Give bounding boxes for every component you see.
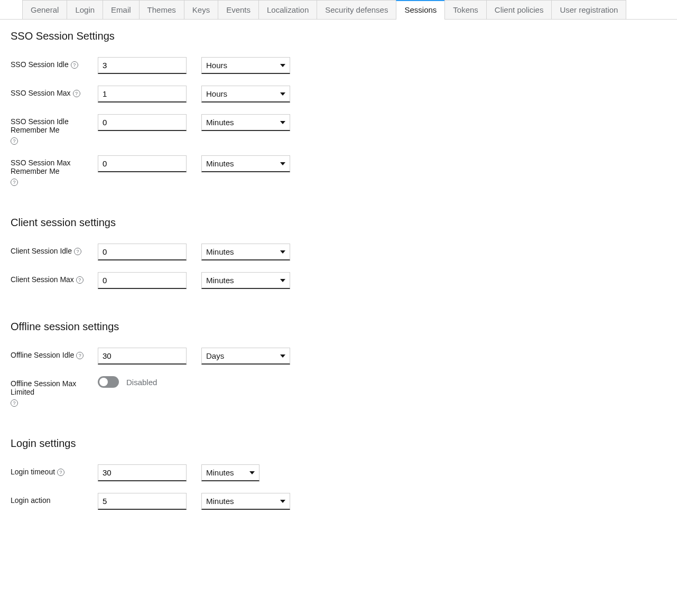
client-section-title: Client session settings [11, 217, 677, 229]
chevron-down-icon [280, 162, 285, 165]
login-action-row: Login action Minutes [11, 493, 677, 510]
sso-section-title: SSO Session Settings [11, 30, 677, 42]
chevron-down-icon [280, 121, 285, 124]
sso-session-settings: SSO Session Settings SSO Session Idle ? … [11, 30, 677, 185]
client-session-max-row: Client Session Max ? Minutes [11, 272, 677, 289]
help-icon[interactable]: ? [76, 352, 84, 359]
tab-general[interactable]: General [22, 0, 67, 19]
sso-session-max-remember-unit-select[interactable]: Minutes [201, 155, 290, 172]
login-action-input[interactable] [98, 493, 187, 510]
offline-session-settings: Offline session settings Offline Session… [11, 321, 677, 406]
tab-login[interactable]: Login [67, 0, 103, 19]
login-action-unit-select[interactable]: Minutes [201, 493, 290, 510]
sso-session-max-row: SSO Session Max ? Hours [11, 86, 677, 102]
client-session-idle-row: Client Session Idle ? Minutes [11, 244, 677, 260]
login-settings: Login settings Login timeout ? Minutes L… [11, 437, 677, 510]
tabs-bar: General Login Email Themes Keys Events L… [0, 0, 677, 20]
sso-session-idle-row: SSO Session Idle ? Hours [11, 57, 677, 74]
login-section-title: Login settings [11, 437, 677, 450]
tab-keys[interactable]: Keys [184, 0, 218, 19]
tab-email[interactable]: Email [103, 0, 140, 19]
login-timeout-label: Login timeout ? [11, 464, 98, 476]
help-icon[interactable]: ? [11, 399, 18, 407]
client-session-idle-input[interactable] [98, 244, 187, 260]
help-icon[interactable]: ? [73, 90, 80, 97]
help-icon[interactable]: ? [57, 469, 64, 476]
tab-themes[interactable]: Themes [139, 0, 184, 19]
help-icon[interactable]: ? [11, 137, 18, 145]
offline-session-max-limited-row: Offline Session Max Limited ? Disabled [11, 376, 677, 406]
client-session-settings: Client session settings Client Session I… [11, 217, 677, 289]
login-timeout-unit-select[interactable]: Minutes [201, 464, 259, 481]
sso-session-idle-unit-select[interactable]: Hours [201, 57, 290, 74]
chevron-down-icon [280, 500, 285, 503]
sso-session-max-remember-label: SSO Session Max Remember Me ? [11, 155, 98, 185]
login-timeout-row: Login timeout ? Minutes [11, 464, 677, 481]
client-session-max-label: Client Session Max ? [11, 272, 98, 284]
sso-session-idle-remember-unit-select[interactable]: Minutes [201, 114, 290, 131]
sso-session-max-unit-select[interactable]: Hours [201, 86, 290, 102]
sso-session-idle-label: SSO Session Idle ? [11, 57, 98, 69]
sso-session-max-input[interactable] [98, 86, 187, 102]
toggle-status-label: Disabled [126, 378, 157, 387]
content: SSO Session Settings SSO Session Idle ? … [0, 20, 677, 510]
offline-session-max-limited-toggle[interactable] [98, 376, 119, 388]
offline-session-idle-input[interactable] [98, 348, 187, 365]
client-session-max-unit-select[interactable]: Minutes [201, 272, 290, 289]
help-icon[interactable]: ? [76, 276, 84, 284]
tab-tokens[interactable]: Tokens [444, 0, 487, 19]
client-session-idle-label: Client Session Idle ? [11, 244, 98, 255]
offline-session-idle-label: Offline Session Idle ? [11, 348, 98, 359]
chevron-down-icon [280, 64, 285, 67]
help-icon[interactable]: ? [74, 248, 81, 255]
offline-session-max-limited-label: Offline Session Max Limited ? [11, 376, 98, 406]
chevron-down-icon [280, 279, 285, 282]
sso-session-idle-input[interactable] [98, 57, 187, 74]
chevron-down-icon [249, 471, 255, 474]
sso-session-max-remember-row: SSO Session Max Remember Me ? Minutes [11, 155, 677, 185]
help-icon[interactable]: ? [71, 61, 78, 69]
tab-localization[interactable]: Localization [258, 0, 317, 19]
help-icon[interactable]: ? [11, 179, 18, 186]
sso-session-idle-remember-label: SSO Session Idle Remember Me ? [11, 114, 98, 144]
sso-session-max-remember-input[interactable] [98, 155, 187, 172]
client-session-idle-unit-select[interactable]: Minutes [201, 244, 290, 260]
chevron-down-icon [280, 250, 285, 254]
tab-user-registration[interactable]: User registration [551, 0, 626, 19]
sso-session-max-label: SSO Session Max ? [11, 86, 98, 97]
login-timeout-input[interactable] [98, 464, 187, 481]
login-action-label: Login action [11, 493, 98, 505]
sso-session-idle-remember-row: SSO Session Idle Remember Me ? Minutes [11, 114, 677, 144]
chevron-down-icon [280, 354, 285, 358]
chevron-down-icon [280, 92, 285, 96]
offline-section-title: Offline session settings [11, 321, 677, 333]
offline-session-idle-row: Offline Session Idle ? Days [11, 348, 677, 365]
tab-security-defenses[interactable]: Security defenses [317, 0, 396, 19]
toggle-knob [99, 378, 108, 386]
sso-session-idle-remember-input[interactable] [98, 114, 187, 131]
tab-sessions[interactable]: Sessions [396, 0, 445, 19]
tab-events[interactable]: Events [218, 0, 259, 19]
offline-session-idle-unit-select[interactable]: Days [201, 348, 290, 365]
tab-client-policies[interactable]: Client policies [486, 0, 552, 19]
client-session-max-input[interactable] [98, 272, 187, 289]
